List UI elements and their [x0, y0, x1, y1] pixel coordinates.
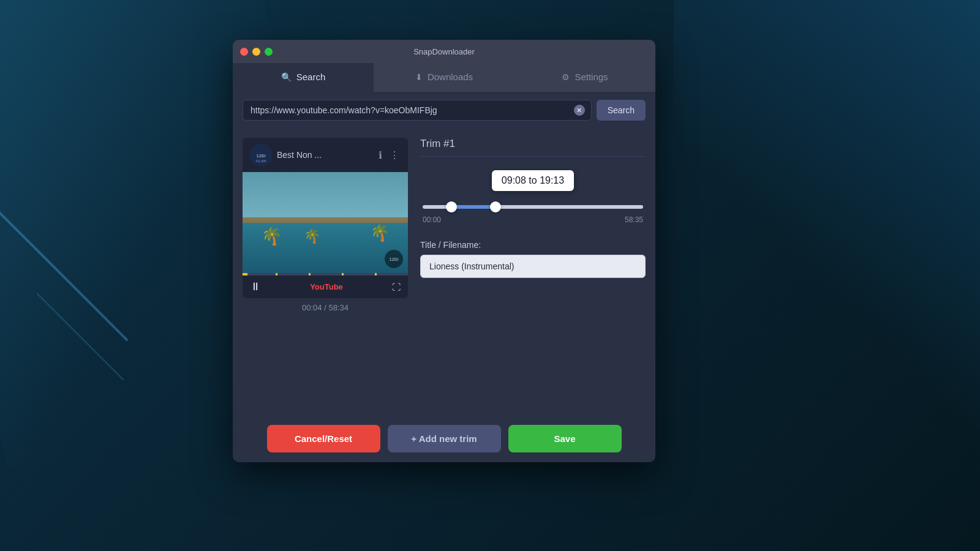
youtube-logo: YouTube [310, 282, 343, 291]
trim-to-label: to [529, 175, 540, 186]
add-trim-button[interactable]: + Add new trim [388, 425, 501, 452]
save-button[interactable]: Save [508, 425, 622, 452]
menu-icon[interactable]: ⋮ [388, 148, 401, 162]
url-input[interactable] [251, 105, 569, 115]
video-controls: ⏸ YouTube ⛶ [243, 276, 408, 298]
settings-tab-icon: ⚙ [562, 72, 570, 82]
downloads-tab-label: Downloads [428, 72, 473, 82]
search-tab-icon: 🔍 [281, 72, 292, 82]
video-info-bar: 126i CLAN Best Non ... ℹ ⋮ [243, 138, 408, 172]
tab-bar: 🔍 Search ⬇ Downloads ⚙ Settings [233, 63, 655, 92]
search-tab-label: Search [296, 72, 326, 82]
video-time-display: 00:04 / 58:34 [243, 303, 408, 312]
filename-label: Title / Filename: [420, 240, 646, 250]
trim-slider-container: 00:00 58:35 [420, 201, 646, 224]
progress-bar-track[interactable] [243, 273, 408, 276]
close-button[interactable] [240, 48, 248, 56]
filename-input[interactable] [420, 255, 646, 278]
trim-tooltip: 09:08 to 19:13 [492, 170, 574, 191]
slider-range [451, 205, 496, 209]
downloads-tab-icon: ⬇ [415, 72, 423, 82]
tab-search[interactable]: 🔍 Search [233, 63, 374, 92]
tab-settings[interactable]: ⚙ Settings [514, 63, 655, 92]
video-title: Best Non ... [277, 150, 372, 160]
video-progress-container [243, 273, 408, 276]
pause-button[interactable]: ⏸ [250, 280, 261, 293]
svg-text:126i: 126i [256, 153, 266, 159]
settings-tab-label: Settings [575, 72, 608, 82]
trim-panel: Trim #1 09:08 to 19:13 00:00 [420, 138, 646, 405]
slider-handle-start[interactable] [446, 201, 457, 212]
trim-slider-track[interactable] [423, 201, 643, 213]
cancel-reset-button[interactable]: Cancel/Reset [267, 425, 380, 452]
minimize-button[interactable] [252, 48, 260, 56]
main-content: 126i CLAN Best Non ... ℹ ⋮ 🌴 [233, 128, 655, 415]
trim-end-time: 19:13 [540, 175, 564, 186]
app-title: SnapDownloader [413, 47, 475, 56]
title-bar: SnapDownloader [233, 40, 655, 63]
slider-handle-end[interactable] [490, 201, 501, 212]
channel-avatar: 126i CLAN [250, 144, 272, 166]
slider-label-start: 00:00 [423, 216, 441, 224]
bottom-bar: Cancel/Reset + Add new trim Save [233, 415, 655, 462]
tab-downloads[interactable]: ⬇ Downloads [374, 63, 514, 92]
url-clear-button[interactable]: ✕ [574, 105, 585, 116]
trim-tooltip-wrapper: 09:08 to 19:13 [420, 164, 646, 201]
channel-avatar-inner: 126i CLAN [250, 144, 272, 166]
video-thumbnail: 🌴 🌴 🌴 126i [243, 172, 408, 273]
slider-label-end: 58:35 [625, 216, 643, 224]
search-button[interactable]: Search [597, 100, 646, 121]
video-panel: 126i CLAN Best Non ... ℹ ⋮ 🌴 [243, 138, 408, 405]
url-bar-container: ✕ Search [233, 92, 655, 128]
trim-header: Trim #1 [420, 138, 646, 157]
url-input-wrapper: ✕ [243, 100, 592, 121]
trim-start-time: 09:08 [502, 175, 526, 186]
maximize-button[interactable] [265, 48, 273, 56]
slider-labels: 00:00 58:35 [423, 216, 643, 224]
svg-text:CLAN: CLAN [256, 159, 266, 163]
info-icon[interactable]: ℹ [377, 148, 383, 162]
watermark: 126i [385, 250, 403, 268]
fullscreen-button[interactable]: ⛶ [392, 282, 401, 292]
app-window: SnapDownloader 🔍 Search ⬇ Downloads ⚙ Se… [233, 40, 655, 462]
traffic-lights [240, 48, 273, 56]
